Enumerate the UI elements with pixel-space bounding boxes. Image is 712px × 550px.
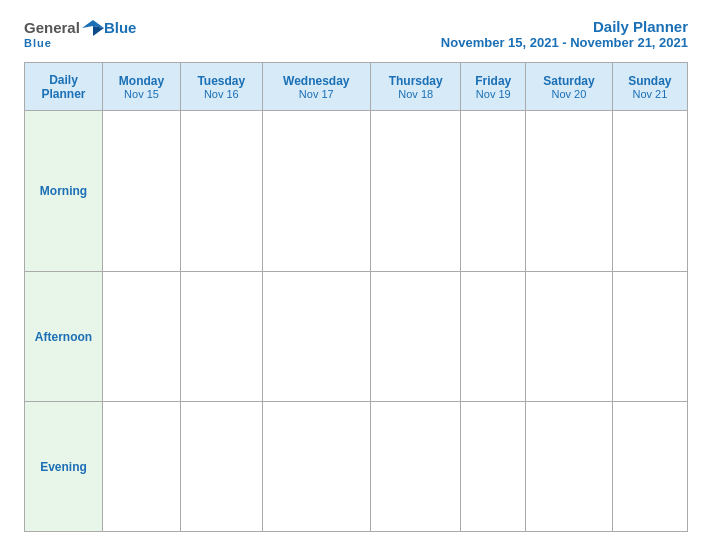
cell-afternoon-wed[interactable] bbox=[262, 272, 370, 402]
title-main: Daily Planner bbox=[441, 18, 688, 35]
col-header-thu: Thursday Nov 18 bbox=[370, 63, 460, 111]
cell-evening-sun[interactable] bbox=[612, 402, 687, 532]
col-label-planner: Planner bbox=[29, 87, 98, 101]
header: General Blue Blue Daily Planner November… bbox=[24, 18, 688, 50]
col-header-fri: Friday Nov 19 bbox=[461, 63, 526, 111]
logo-area: General Blue Blue bbox=[24, 18, 136, 49]
cell-evening-fri[interactable] bbox=[461, 402, 526, 532]
cell-afternoon-thu[interactable] bbox=[370, 272, 460, 402]
row-evening: Evening bbox=[25, 402, 688, 532]
cell-afternoon-sat[interactable] bbox=[526, 272, 613, 402]
cell-afternoon-sun[interactable] bbox=[612, 272, 687, 402]
cell-evening-tue[interactable] bbox=[181, 402, 263, 532]
cell-afternoon-fri[interactable] bbox=[461, 272, 526, 402]
cell-morning-wed[interactable] bbox=[262, 111, 370, 272]
page: General Blue Blue Daily Planner November… bbox=[0, 0, 712, 550]
col-header-sun: Sunday Nov 21 bbox=[612, 63, 687, 111]
col-header-sat: Saturday Nov 20 bbox=[526, 63, 613, 111]
logo-sub: Blue bbox=[24, 37, 52, 49]
header-row: Daily Planner Monday Nov 15 Tuesday Nov … bbox=[25, 63, 688, 111]
cell-morning-tue[interactable] bbox=[181, 111, 263, 272]
col-header-mon: Monday Nov 15 bbox=[103, 63, 181, 111]
row-morning: Morning bbox=[25, 111, 688, 272]
cell-evening-mon[interactable] bbox=[103, 402, 181, 532]
time-label-evening: Evening bbox=[25, 402, 103, 532]
cell-morning-mon[interactable] bbox=[103, 111, 181, 272]
cell-afternoon-tue[interactable] bbox=[181, 272, 263, 402]
calendar-table: Daily Planner Monday Nov 15 Tuesday Nov … bbox=[24, 62, 688, 532]
cell-evening-sat[interactable] bbox=[526, 402, 613, 532]
cell-morning-fri[interactable] bbox=[461, 111, 526, 272]
cell-afternoon-mon[interactable] bbox=[103, 272, 181, 402]
cell-morning-thu[interactable] bbox=[370, 111, 460, 272]
col-header-wed: Wednesday Nov 17 bbox=[262, 63, 370, 111]
col-label-daily: Daily bbox=[29, 73, 98, 87]
row-afternoon: Afternoon bbox=[25, 272, 688, 402]
cell-evening-thu[interactable] bbox=[370, 402, 460, 532]
title-area: Daily Planner November 15, 2021 - Novemb… bbox=[441, 18, 688, 50]
logo-text: General Blue bbox=[24, 18, 136, 36]
cell-morning-sun[interactable] bbox=[612, 111, 687, 272]
logo-bird-icon bbox=[82, 18, 104, 36]
time-label-afternoon: Afternoon bbox=[25, 272, 103, 402]
time-label-morning: Morning bbox=[25, 111, 103, 272]
col-header-tue: Tuesday Nov 16 bbox=[181, 63, 263, 111]
cell-morning-sat[interactable] bbox=[526, 111, 613, 272]
logo-general: General bbox=[24, 20, 80, 35]
col-header-label: Daily Planner bbox=[25, 63, 103, 111]
title-date: November 15, 2021 - November 21, 2021 bbox=[441, 35, 688, 50]
logo-blue: Blue bbox=[104, 20, 137, 35]
cell-evening-wed[interactable] bbox=[262, 402, 370, 532]
